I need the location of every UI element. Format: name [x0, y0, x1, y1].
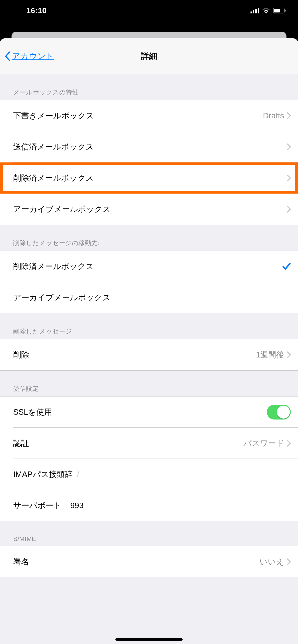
content-scroll[interactable]: メールボックスの特性 下書きメールボックス Drafts 送信済メールボックス … [0, 74, 298, 578]
back-label: アカウント [12, 51, 54, 62]
cellular-icon [250, 8, 259, 14]
chevron-right-icon [287, 112, 291, 119]
row-label: 送信済メールボックス [13, 142, 94, 152]
row-use-ssl: SSLを使用 [0, 396, 298, 428]
row-sent-mailbox[interactable]: 送信済メールボックス [0, 131, 298, 162]
row-label: アーカイブメールボックス [13, 204, 111, 215]
status-icons [250, 8, 286, 14]
svg-rect-6 [285, 10, 286, 12]
status-bar: 16:10 [0, 0, 298, 21]
row-value: Drafts [263, 111, 284, 120]
row-label: サーバポート [13, 500, 62, 511]
section-header-incoming: 受信設定 [0, 371, 298, 396]
switch-knob [277, 406, 290, 418]
row-server-port[interactable]: サーバポート 993 [0, 490, 298, 521]
section-header-move-discarded: 削除したメッセージの移動先: [0, 225, 298, 250]
settings-sheet: アカウント 詳細 メールボックスの特性 下書きメールボックス Drafts 送信… [0, 38, 298, 644]
row-deleted-mailbox[interactable]: 削除済メールボックス [0, 162, 298, 194]
server-port-value: 993 [70, 501, 83, 510]
row-value: パスワード [244, 438, 284, 449]
chevron-right-icon [287, 352, 291, 358]
chevron-right-icon [287, 144, 291, 150]
back-button[interactable]: アカウント [5, 51, 54, 62]
chevron-right-icon [287, 440, 291, 446]
row-sign[interactable]: 署名 いいえ [0, 546, 298, 578]
section-header-mailbox-behavior: メールボックスの特性 [0, 74, 298, 100]
navigation-bar: アカウント 詳細 [0, 38, 298, 74]
status-time: 16:10 [26, 6, 47, 15]
row-label: 削除済メールボックス [13, 261, 94, 272]
battery-icon [273, 8, 286, 14]
row-label: 削除 [13, 350, 29, 360]
group-incoming: SSLを使用 認証 パスワード IMAPパス接頭辞 / [0, 396, 298, 521]
row-authentication[interactable]: 認証 パスワード [0, 428, 298, 459]
chevron-right-icon [287, 175, 291, 181]
row-label: 削除済メールボックス [13, 173, 94, 184]
row-archive-mailbox[interactable]: アーカイブメールボックス [0, 194, 298, 225]
row-value: 1週間後 [256, 350, 284, 360]
row-label: SSLを使用 [13, 407, 52, 418]
group-move-discarded: 削除済メールボックス アーカイブメールボックス [0, 250, 298, 314]
device-frame: 16:10 アカウント 詳細 メールボックスの特性 下書きメールボックス [0, 0, 298, 644]
svg-rect-1 [253, 10, 254, 14]
row-imap-path-prefix[interactable]: IMAPパス接頭辞 / [0, 459, 298, 490]
row-label: 下書きメールボックス [13, 110, 94, 121]
row-drafts-mailbox[interactable]: 下書きメールボックス Drafts [0, 100, 298, 131]
wifi-icon [262, 8, 270, 14]
checkmark-icon [282, 262, 291, 271]
chevron-right-icon [287, 206, 291, 212]
row-label: 署名 [13, 556, 29, 567]
ssl-toggle[interactable] [267, 405, 291, 420]
svg-rect-0 [250, 12, 252, 14]
row-label: IMAPパス接頭辞 [13, 469, 73, 480]
group-deleted-messages: 削除 1週間後 [0, 339, 298, 371]
svg-rect-2 [255, 9, 257, 14]
svg-rect-5 [274, 8, 280, 12]
group-mailbox-behavior: 下書きメールボックス Drafts 送信済メールボックス 削除済メールボックス [0, 100, 298, 225]
row-value: いいえ [260, 556, 284, 567]
chevron-right-icon [287, 558, 291, 565]
section-header-smime: S/MIME [0, 521, 298, 546]
row-label: 認証 [13, 438, 29, 449]
row-move-to-archive[interactable]: アーカイブメールボックス [0, 282, 298, 313]
home-indicator[interactable] [115, 638, 183, 641]
row-label: アーカイブメールボックス [13, 292, 111, 303]
chevron-left-icon [5, 52, 11, 61]
section-header-deleted-messages: 削除したメッセージ [0, 314, 298, 339]
imap-prefix-placeholder: / [77, 470, 79, 479]
row-remove-after[interactable]: 削除 1週間後 [0, 339, 298, 370]
row-move-to-deleted[interactable]: 削除済メールボックス [0, 251, 298, 282]
svg-rect-3 [258, 8, 259, 14]
group-smime: 署名 いいえ [0, 546, 298, 578]
